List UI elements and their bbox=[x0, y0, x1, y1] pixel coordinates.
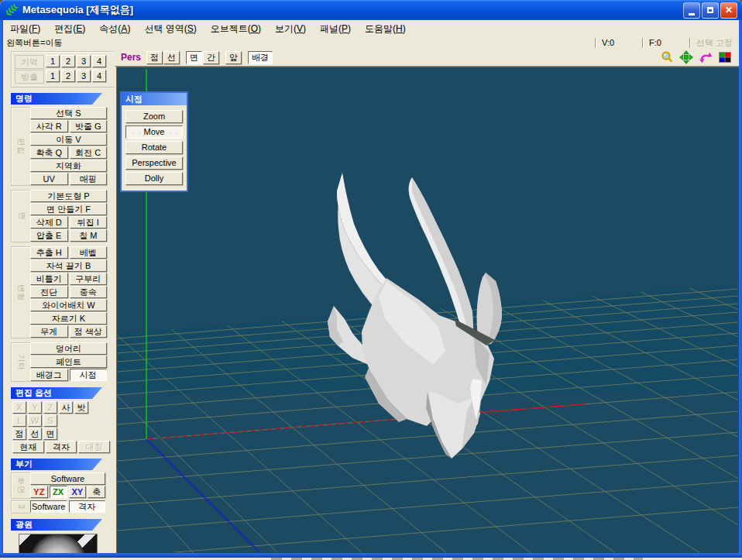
pan-icon[interactable] bbox=[679, 50, 693, 64]
command-button[interactable]: 선택 S bbox=[30, 107, 107, 119]
maximize-button[interactable] bbox=[702, 2, 719, 19]
command-button[interactable]: 자석 끌기 B bbox=[30, 259, 107, 272]
memory-slot-button[interactable]: 2 bbox=[61, 70, 75, 82]
view-button[interactable]: ZX bbox=[50, 486, 67, 498]
viewpoint-button[interactable]: Rotate bbox=[125, 141, 183, 154]
command-button[interactable]: 지역화 bbox=[30, 160, 107, 172]
viewport-3d[interactable] bbox=[116, 67, 739, 553]
edit-option-button[interactable]: 사 bbox=[59, 401, 73, 414]
command-group: 변형추출 H베벨자석 끌기 B비틀기구부리전단종속와이어배치 W자르기 K무게점… bbox=[8, 246, 115, 338]
menu-item-P[interactable]: 패널(P) bbox=[313, 21, 358, 37]
display-toggle-button[interactable]: 점 bbox=[146, 51, 163, 64]
metasequoia-leaf-icon bbox=[5, 4, 18, 17]
edit-option-button[interactable]: 현재 bbox=[12, 441, 44, 453]
close-button[interactable]: ✕ bbox=[720, 2, 737, 19]
command-group: 면기본도형 P면 만들기 F삭제 D뒤집 I압출 E칠 M bbox=[8, 190, 115, 242]
view-button[interactable]: 축 bbox=[88, 486, 105, 498]
maximize-icon bbox=[707, 7, 713, 13]
display-toggle-button[interactable]: 앞 bbox=[225, 51, 242, 64]
viewpoint-panel: 시점 ZoomMoveRotatePerspectiveDolly bbox=[120, 91, 188, 192]
view-block-label: 화면 bbox=[15, 477, 26, 494]
command-button[interactable]: 시점 bbox=[70, 369, 108, 381]
command-button[interactable]: 압출 E bbox=[30, 229, 68, 242]
menu-item-V[interactable]: 보기(V) bbox=[268, 21, 313, 37]
command-button[interactable]: 밧줄 G bbox=[70, 120, 108, 132]
command-button[interactable]: UV bbox=[30, 173, 68, 185]
quad-view-icon[interactable] bbox=[719, 52, 731, 63]
command-group-label: 면 bbox=[15, 212, 26, 221]
command-button[interactable]: 자르기 K bbox=[30, 312, 107, 325]
view-button[interactable]: Software bbox=[30, 472, 105, 485]
command-button[interactable]: 베벨 bbox=[70, 246, 108, 259]
menu-item-E[interactable]: 편집(E) bbox=[47, 21, 92, 37]
perspective-mode-label: Pers bbox=[121, 52, 141, 63]
model-mesh bbox=[328, 173, 502, 459]
memory-slot-button[interactable]: 1 bbox=[46, 70, 60, 82]
command-button[interactable]: 매핑 bbox=[70, 173, 108, 185]
edit-option-button[interactable]: 점 bbox=[12, 428, 26, 440]
command-button[interactable]: 배경그 bbox=[30, 369, 68, 381]
viewpoint-panel-title[interactable]: 시점 bbox=[122, 93, 187, 105]
view-button[interactable]: Software bbox=[30, 500, 67, 513]
command-button[interactable]: 칠 M bbox=[70, 229, 108, 242]
command-button[interactable]: 종속 bbox=[70, 286, 108, 298]
rotate-icon[interactable] bbox=[699, 50, 713, 64]
menu-item-O[interactable]: 오브젝트(O) bbox=[204, 21, 268, 37]
zoom-icon[interactable] bbox=[660, 50, 674, 64]
command-button[interactable]: 이동 V bbox=[30, 133, 107, 146]
menu-item-S[interactable]: 선택 영역(S) bbox=[137, 21, 203, 37]
display-toggle-button[interactable]: 선 bbox=[163, 51, 180, 64]
menu-item-F[interactable]: 파일(F) bbox=[3, 21, 47, 37]
command-button[interactable]: 뒤집 I bbox=[70, 216, 108, 228]
memory-slot-button[interactable]: 3 bbox=[77, 55, 91, 67]
viewpoint-button[interactable]: Zoom bbox=[125, 110, 183, 123]
edit-option-button: W bbox=[28, 414, 42, 427]
command-button[interactable]: 전단 bbox=[30, 286, 68, 298]
memory-slot-button[interactable]: 4 bbox=[92, 70, 106, 82]
memory-slot-button[interactable]: 2 bbox=[61, 55, 75, 67]
light-preview-sphere bbox=[19, 534, 98, 553]
command-button[interactable]: 무게 bbox=[30, 325, 68, 338]
viewport-toolbar: Pers 점선면간앞배경 bbox=[115, 49, 739, 67]
memory-slot-button[interactable]: 1 bbox=[46, 55, 60, 67]
command-button[interactable]: 확축 Q bbox=[30, 146, 68, 159]
view-button[interactable]: YZ bbox=[30, 486, 48, 498]
edit-option-button[interactable]: 밧 bbox=[74, 401, 88, 414]
command-button[interactable]: 추출 H bbox=[30, 246, 68, 259]
command-button[interactable]: 페인트 bbox=[30, 356, 107, 368]
command-button[interactable]: 삭제 D bbox=[30, 216, 68, 228]
minimize-button[interactable] bbox=[683, 2, 700, 19]
viewpoint-button[interactable]: Dolly bbox=[125, 172, 183, 185]
command-button[interactable]: 덩어리 bbox=[30, 342, 107, 355]
view-button[interactable]: 격자 bbox=[69, 500, 106, 513]
memory-row-label: 기억 bbox=[15, 55, 44, 69]
display-toggle-button[interactable]: 간 bbox=[203, 51, 219, 64]
command-group-label: 기타 bbox=[15, 354, 26, 371]
menu-item-A[interactable]: 속성(A) bbox=[92, 21, 137, 37]
command-button[interactable]: 회전 C bbox=[70, 146, 108, 159]
edit-option-button[interactable]: 격자 bbox=[46, 441, 77, 453]
view-button[interactable]: XY bbox=[69, 486, 87, 498]
command-groups: 편집선택 S사각 R밧줄 G이동 V확축 Q회전 C지역화UV매핑면기본도형 P… bbox=[8, 107, 115, 382]
menu-item-H[interactable]: 도움말(H) bbox=[358, 21, 413, 37]
memory-slot-button[interactable]: 4 bbox=[92, 55, 106, 67]
command-button[interactable]: 사각 R bbox=[30, 120, 68, 132]
command-button[interactable]: 점 색상 bbox=[70, 325, 108, 338]
edit-option-button: L bbox=[12, 414, 26, 427]
command-button[interactable]: 비틀기 bbox=[30, 273, 68, 285]
command-button[interactable]: 기본도형 P bbox=[30, 190, 107, 202]
viewpoint-button[interactable]: Perspective bbox=[125, 156, 183, 170]
memory-slot-button[interactable]: 3 bbox=[77, 70, 91, 82]
command-group-bracket: 편집 bbox=[11, 107, 30, 186]
command-button[interactable]: 와이어배치 W bbox=[30, 299, 107, 311]
memory-row-label: 방출 bbox=[15, 70, 44, 84]
edit-option-button[interactable]: 면 bbox=[43, 428, 57, 440]
viewpoint-button[interactable]: Move bbox=[125, 125, 183, 139]
command-sidebar: 기억1234방출1234 명령 편집선택 S사각 R밧줄 G이동 V확축 Q회전… bbox=[3, 49, 115, 553]
command-button[interactable]: 구부리 bbox=[70, 273, 108, 285]
display-toggle-button[interactable]: 배경 bbox=[248, 51, 273, 64]
command-group-label: 편집 bbox=[15, 138, 26, 155]
edit-option-button[interactable]: 선 bbox=[28, 428, 42, 440]
command-button[interactable]: 면 만들기 F bbox=[30, 203, 107, 215]
display-toggle-button[interactable]: 면 bbox=[186, 51, 202, 64]
